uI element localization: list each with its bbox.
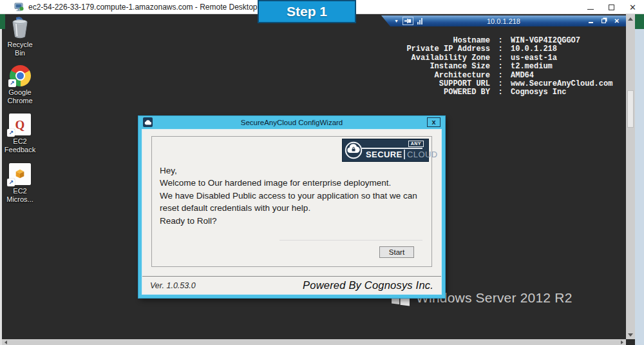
remote-desktop-window: ec2-54-226-33-179.compute-1.amazonaws.co… — [0, 0, 644, 345]
message-line: Ready to Roll? — [160, 215, 417, 227]
secureanycloud-app-icon — [143, 117, 153, 127]
recycle-bin-icon — [10, 17, 30, 39]
secureanycloud-logo: ANY SECURE CLOUD — [342, 139, 429, 162]
vertical-scrollbar-thumb[interactable] — [627, 90, 634, 128]
logo-cloud-label: CLOUD — [407, 150, 438, 159]
background-window-right-edge — [635, 29, 644, 345]
close-button[interactable]: ✕ — [629, 3, 636, 12]
logo-secure-label: SECURE — [366, 150, 402, 159]
message-line: reset default credentials with your help… — [160, 202, 417, 214]
minimize-button[interactable] — [587, 9, 594, 10]
desktop-icon-label: Google Chrome — [2, 88, 38, 105]
maximize-button[interactable] — [609, 5, 614, 10]
sysinfo-row: Architecture:AMD64 — [396, 72, 618, 80]
ec2-cube-icon: ↗ — [9, 163, 31, 185]
rdp-app-icon — [14, 2, 24, 12]
step-banner: Step 1 — [258, 0, 356, 23]
rdp-bar-controls: ✕ — [589, 15, 620, 26]
powered-by-label: Powered By Cognosys Inc. — [303, 279, 433, 291]
shortcut-arrow-icon: ↗ — [7, 129, 15, 137]
sysinfo-row: Hostname:WIN-VGP4I2QGGO7 — [396, 37, 618, 45]
rdp-bar-close-button[interactable]: ✕ — [614, 18, 620, 25]
desktop-icon-ec2-feedback[interactable]: Q ↗ EC2 Feedback — [1, 113, 39, 154]
sysinfo-row: Private IP Address:10.0.1.218 — [396, 45, 618, 54]
sysinfo-row: Instance Size:t2.medium — [396, 63, 618, 71]
sysinfo-row: Availability Zone:us-east-1a — [396, 54, 618, 63]
scroll-right-arrow[interactable] — [618, 339, 626, 345]
dialog-title-bar[interactable]: SecureAnyCloud ConfigWizard x — [142, 116, 442, 129]
scroll-down-arrow[interactable] — [626, 330, 635, 339]
desktop-icon-google-chrome[interactable]: ↗ Google Chrome — [1, 65, 39, 105]
divider — [279, 240, 422, 241]
desktop-icon-ec2-microsoft[interactable]: ↗ EC2 Micros... — [1, 163, 39, 204]
cloud-lock-icon — [345, 141, 363, 159]
logo-any-label: ANY — [408, 141, 424, 147]
rdp-connection-bar: ▼ 10.0.1.218 ✕ — [381, 15, 626, 26]
desktop-icon-label: EC2 Micros... — [2, 187, 38, 204]
ec2-feedback-icon: Q ↗ — [9, 113, 31, 135]
chrome-icon: ↗ — [10, 65, 31, 86]
shortcut-arrow-icon: ↗ — [8, 79, 16, 87]
desktop-icon-label: EC2 Feedback — [2, 137, 38, 154]
dialog-message: Hey, Welcome to Our hardened image for e… — [160, 164, 417, 227]
scroll-left-arrow[interactable] — [2, 339, 10, 345]
logo-divider — [404, 150, 405, 159]
sysinfo-row: POWERED BY:Cognosys Inc — [396, 88, 618, 97]
vertical-scrollbar[interactable] — [626, 14, 635, 339]
dialog-title: SecureAnyCloud ConfigWizard — [241, 119, 343, 126]
system-info-overlay: Hostname:WIN-VGP4I2QGGO7 Private IP Addr… — [396, 37, 618, 97]
version-label: Ver. 1.0.53.0 — [150, 281, 196, 290]
rdp-bar-restore-button[interactable] — [601, 19, 606, 23]
shortcut-arrow-icon: ↗ — [7, 179, 15, 186]
start-button[interactable]: Start — [379, 246, 414, 258]
dialog-body: ANY SECURE CLOUD Hey, Welcome to Our har… — [142, 129, 442, 295]
config-wizard-dialog: SecureAnyCloud ConfigWizard x ANY SECURE… — [138, 116, 445, 298]
horizontal-scrollbar[interactable] — [2, 339, 626, 345]
scroll-up-arrow[interactable] — [626, 14, 635, 23]
dialog-footer: Ver. 1.0.53.0 Powered By Cognosys Inc. — [142, 276, 441, 294]
rdp-bar-minimize-button[interactable] — [589, 22, 593, 23]
dialog-content-panel: ANY SECURE CLOUD Hey, Welcome to Our har… — [151, 136, 432, 267]
desktop-icon-label: Recycle Bin — [2, 41, 38, 57]
dialog-close-button[interactable]: x — [427, 117, 440, 127]
message-line: Welcome to Our hardened image for enterp… — [160, 177, 417, 189]
message-line: We have Disabled Public access to your a… — [160, 190, 417, 202]
logo-rule — [362, 148, 422, 149]
background-window-right-header — [635, 14, 644, 29]
window-controls: ✕ — [587, 0, 636, 14]
message-line: Hey, — [160, 164, 417, 177]
desktop-icon-recycle-bin[interactable]: Recycle Bin — [1, 17, 39, 57]
sysinfo-row: SUPPORT URL:www.SecureAnyCloud.com — [396, 80, 618, 88]
step-banner-label: Step 1 — [287, 4, 327, 19]
